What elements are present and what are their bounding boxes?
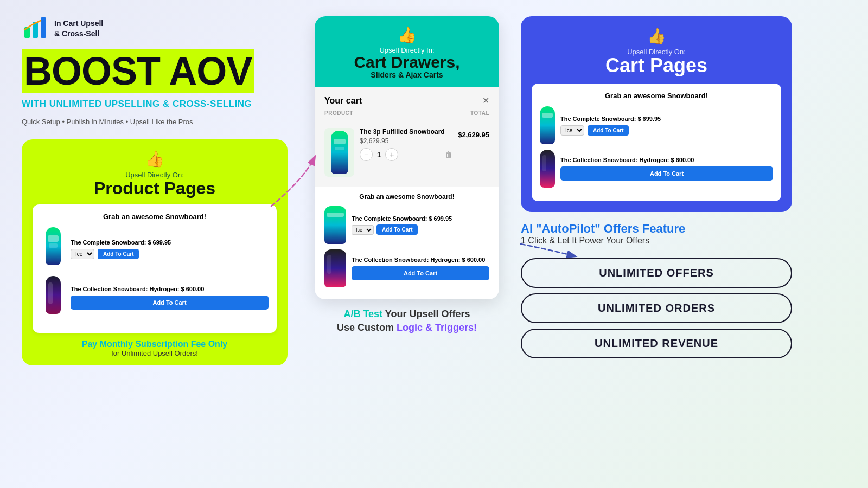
subtitle-cyan: WITH UNLIMITED UPSELLING & CROSS-SELLING [22, 99, 288, 110]
cart-upsell-info-2: The Collection Snowboard: Hydrogen: $ 60… [352, 256, 489, 280]
middle-col: 👍 Upsell Directly In: Cart Drawers, Slid… [304, 16, 510, 472]
subtitle-small: Quick Setup • Publish in Minutes • Upsel… [22, 118, 288, 126]
cart-table-header: PRODUCT TOTAL [324, 110, 489, 119]
cart-pages-inner: Grab an awesome Snowboard! The Complete … [532, 84, 781, 201]
left-variant-select-1[interactable]: Ice [71, 249, 94, 259]
right-variant-select-1[interactable]: Ice [560, 125, 584, 136]
cart-item-total: $2,629.95 [458, 128, 489, 139]
right-select-row-1: Ice Add To Cart [560, 125, 773, 136]
cart-title-text: Your cart [324, 96, 362, 106]
logo-text: In Cart Upsell & Cross-Sell [54, 18, 103, 38]
pill-revenue: UNLIMITED REVENUE [521, 329, 792, 358]
product-page-card: 👍 Upsell Directly On: Product Pages Grab… [22, 139, 288, 365]
unlimited-pills: UNLIMITED OFFERS UNLIMITED ORDERS UNLIMI… [521, 258, 792, 358]
cart-body: Your cart ✕ PRODUCT TOTAL [315, 87, 499, 299]
pay-monthly-text: Pay Monthly Subscription Fee Only [33, 339, 277, 349]
left-inner-card: Grab an awesome Snowboard! The Complete … [33, 204, 277, 333]
left-product-row-2: The Collection Snowboard: Hydrogen: $ 60… [41, 276, 269, 319]
logo-area: In Cart Upsell & Cross-Sell [22, 16, 288, 41]
autopilot-title: AI "AutoPilot" Offers Feature [521, 222, 792, 236]
left-inner-title: Grab an awesome Snowboard! [41, 213, 269, 221]
right-add-to-cart-btn-1[interactable]: Add To Cart [588, 125, 629, 136]
right-product-info-1: The Complete Snowboard: $ 699.95 Ice Add… [560, 115, 773, 136]
cart-pages-header: 👍 Upsell Directly On: Cart Pages [532, 27, 781, 75]
cart-upsell-title: Grab an awesome Snowboard! [324, 193, 489, 201]
cart-top-section: Your cart ✕ PRODUCT TOTAL [315, 87, 499, 187]
right-product-info-2: The Collection Snowboard: Hydrogen: $ 60… [560, 157, 773, 181]
cart-drawer-title: Cart Drawers, [326, 54, 488, 70]
left-select-row-1: Ice Add To Cart [71, 249, 269, 259]
logo-icon [22, 16, 49, 41]
qty-decrease-btn[interactable]: − [360, 148, 373, 161]
right-col: 👍 Upsell Directly On: Cart Pages Grab an… [510, 16, 792, 472]
cart-upsell-img-2 [324, 249, 346, 287]
autopilot-section: AI "AutoPilot" Offers Feature 1 Click & … [521, 222, 792, 246]
boost-title: BOOST AOV [22, 52, 288, 91]
left-upsell-title: Product Pages [33, 179, 277, 198]
cart-item: The 3p Fulfilled Snowboard $2,629.95 − 1… [324, 124, 489, 181]
cart-upsell-select-1[interactable]: Ice [352, 225, 374, 235]
left-add-to-cart-btn-1[interactable]: Add To Cart [98, 249, 139, 259]
left-product-info-2: The Collection Snowboard: Hydrogen: $ 60… [71, 286, 269, 310]
cart-your-cart-header: Your cart ✕ [324, 95, 489, 106]
autopilot-sub: 1 Click & Let It Power Your Offers [521, 236, 792, 246]
right-add-to-cart-btn-2[interactable]: Add To Cart [560, 166, 773, 181]
left-add-to-cart-btn-2[interactable]: Add To Cart [71, 296, 269, 310]
cart-upsell-info-1: The Complete Snowboard: $ 699.95 Ice Add… [352, 215, 489, 235]
svg-rect-2 [41, 17, 46, 38]
cart-item-details: The 3p Fulfilled Snowboard $2,629.95 − 1… [360, 128, 452, 161]
cart-pages-card: 👍 Upsell Directly On: Cart Pages Grab an… [521, 16, 792, 212]
cart-pages-thumbs-up-icon: 👍 [532, 27, 781, 45]
cart-upsell-section: Grab an awesome Snowboard! The Complete … [315, 187, 499, 299]
left-product-img-1 [41, 227, 65, 271]
cart-item-img [324, 128, 354, 177]
pill-offers: UNLIMITED OFFERS [521, 258, 792, 288]
pay-monthly-sub: for Unlimited Upsell Orders! [33, 349, 277, 357]
left-product-info-1: The Complete Snowboard: $ 699.95 Ice Add… [71, 239, 269, 259]
cart-upsell-btn-1[interactable]: Add To Cart [376, 224, 418, 235]
qty-num: 1 [377, 151, 381, 159]
cart-upsell-item-2: The Collection Snowboard: Hydrogen: $ 60… [324, 249, 489, 287]
cart-close-btn[interactable]: ✕ [482, 95, 489, 106]
cart-pages-title: Cart Pages [532, 56, 781, 75]
thumbs-up-icon: 👍 [33, 150, 277, 168]
cart-drawer-card: 👍 Upsell Directly In: Cart Drawers, Slid… [315, 16, 499, 299]
cart-drawer-subtitle: Sliders & Ajax Carts [326, 70, 488, 79]
left-product-img-2 [41, 276, 65, 319]
right-product-row-1: The Complete Snowboard: $ 699.95 Ice Add… [540, 106, 773, 144]
cart-upsell-item-1: The Complete Snowboard: $ 699.95 Ice Add… [324, 206, 489, 244]
cart-quantity-row: − 1 + 🗑 [360, 148, 452, 161]
left-upsell-label: Upsell Directly On: [33, 171, 277, 179]
right-inner-title: Grab an awesome Snowboard! [540, 92, 773, 100]
ab-test-text: A/B Test Your Upsell Offers Use Custom L… [337, 307, 477, 335]
left-product-row-1: The Complete Snowboard: $ 699.95 Ice Add… [41, 227, 269, 271]
cart-thumbs-up-icon: 👍 [326, 26, 488, 44]
cart-upsell-btn-2[interactable]: Add To Cart [352, 266, 489, 280]
pill-orders: UNLIMITED ORDERS [521, 293, 792, 323]
right-product-row-2: The Collection Snowboard: Hydrogen: $ 60… [540, 150, 773, 188]
cart-drawer-header: 👍 Upsell Directly In: Cart Drawers, Slid… [315, 16, 499, 87]
trash-icon[interactable]: 🗑 [445, 150, 452, 159]
qty-increase-btn[interactable]: + [385, 148, 398, 161]
cart-upsell-img-1 [324, 206, 346, 244]
